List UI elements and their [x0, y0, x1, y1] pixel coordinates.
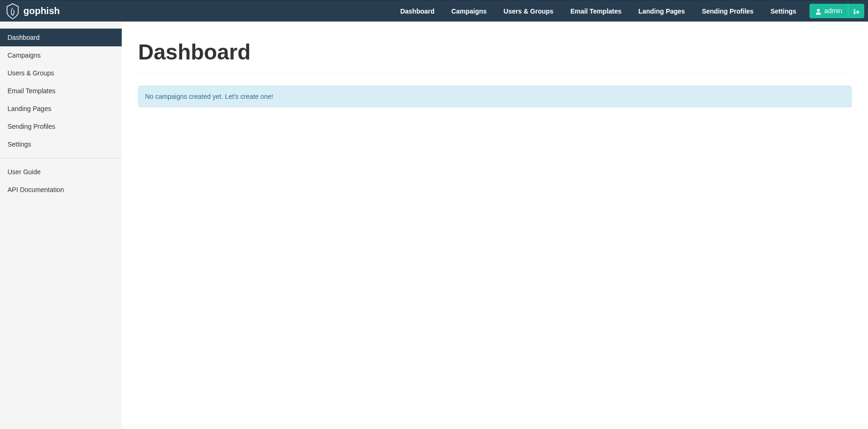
- logout-button[interactable]: [848, 4, 864, 18]
- sidebar-item-dashboard[interactable]: Dashboard: [0, 29, 122, 46]
- sidebar-list-secondary: User Guide API Documentation: [0, 163, 122, 199]
- sidebar-item-email-templates[interactable]: Email Templates: [0, 82, 122, 100]
- sign-out-icon: [853, 7, 860, 15]
- topnav-item-sending-profiles[interactable]: Sending Profiles: [693, 1, 762, 21]
- sidebar-item-users-groups[interactable]: Users & Groups: [0, 64, 122, 82]
- user-icon: [815, 7, 822, 15]
- sidebar-list-primary: Dashboard Campaigns Users & Groups Email…: [0, 29, 122, 153]
- brand-link[interactable]: gophish: [5, 3, 60, 20]
- topnav-item-users-groups[interactable]: Users & Groups: [495, 1, 562, 21]
- page-title: Dashboard: [138, 39, 852, 65]
- topnav-list: Dashboard Campaigns Users & Groups Email…: [392, 1, 805, 21]
- sidebar-item-api-documentation[interactable]: API Documentation: [0, 181, 122, 199]
- brand-text: gophish: [23, 6, 60, 16]
- top-navbar: gophish Dashboard Campaigns Users & Grou…: [0, 0, 868, 22]
- topnav-item-dashboard[interactable]: Dashboard: [392, 1, 443, 21]
- topnav-item-settings[interactable]: Settings: [762, 1, 805, 21]
- topnav-item-email-templates[interactable]: Email Templates: [562, 1, 630, 21]
- sidebar-item-sending-profiles[interactable]: Sending Profiles: [0, 118, 122, 135]
- sidebar: Dashboard Campaigns Users & Groups Email…: [0, 22, 122, 429]
- admin-label: admin: [824, 7, 842, 15]
- title-divider: [138, 73, 852, 74]
- sidebar-item-landing-pages[interactable]: Landing Pages: [0, 100, 122, 118]
- empty-state-alert: No campaigns created yet. Let's create o…: [138, 86, 852, 107]
- admin-button[interactable]: admin: [809, 4, 848, 18]
- sidebar-item-settings[interactable]: Settings: [0, 135, 122, 153]
- gophish-logo-icon: [6, 3, 20, 20]
- topnav-item-campaigns[interactable]: Campaigns: [443, 1, 495, 21]
- sidebar-divider: [0, 158, 122, 158]
- main-content: Dashboard No campaigns created yet. Let'…: [122, 22, 868, 429]
- sidebar-item-user-guide[interactable]: User Guide: [0, 163, 122, 181]
- topnav-item-landing-pages[interactable]: Landing Pages: [630, 1, 694, 21]
- layout: Dashboard Campaigns Users & Groups Email…: [0, 22, 868, 429]
- sidebar-item-campaigns[interactable]: Campaigns: [0, 46, 122, 64]
